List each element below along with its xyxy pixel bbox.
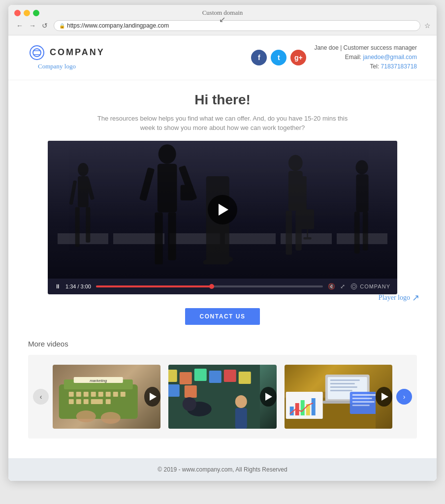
svg-rect-31 xyxy=(356,174,368,212)
svg-rect-43 xyxy=(106,392,111,397)
svg-rect-47 xyxy=(76,399,81,404)
facebook-icon[interactable]: f xyxy=(251,50,267,65)
browser-actions: ☆ xyxy=(424,22,431,30)
svg-rect-48 xyxy=(84,399,89,404)
svg-rect-11 xyxy=(158,163,177,212)
maximize-button[interactable] xyxy=(33,10,39,16)
thumb-1-svg: marketing xyxy=(53,365,144,429)
svg-rect-82 xyxy=(330,390,352,391)
svg-rect-56 xyxy=(168,370,177,382)
svg-rect-63 xyxy=(185,385,197,398)
svg-rect-76 xyxy=(300,400,304,415)
thumb-1-bg: marketing xyxy=(53,365,160,429)
hero-title: Hi there! xyxy=(28,92,417,108)
refresh-button[interactable]: ↺ xyxy=(40,21,50,31)
player-logo-icon xyxy=(350,283,358,290)
browser-window: Custom domain ↙ ← → ↺ 🔒 https://www.comp… xyxy=(8,5,437,481)
svg-point-0 xyxy=(30,46,44,60)
svg-point-53 xyxy=(76,410,96,422)
svg-rect-80 xyxy=(330,383,354,384)
more-videos-section: More videos ‹ xyxy=(8,335,437,448)
svg-point-10 xyxy=(159,144,176,164)
video-wrapper: ⏸ 1:34 / 3:00 🔇 ⤢ COMPANY xyxy=(28,141,417,294)
svg-rect-46 xyxy=(69,399,74,404)
hero-subtitle: The resources below helps you find what … xyxy=(95,114,350,133)
url-text: https://www.company.landingpage.com xyxy=(67,22,169,29)
svg-rect-33 xyxy=(363,211,368,250)
carousel-prev-button[interactable]: ‹ xyxy=(33,389,49,405)
svg-rect-50 xyxy=(106,399,111,404)
bookmark-button[interactable]: ☆ xyxy=(424,22,431,30)
svg-point-30 xyxy=(356,160,368,174)
thumb-3-play-icon xyxy=(381,393,388,401)
twitter-icon[interactable]: t xyxy=(271,50,286,65)
video-thumb-3[interactable] xyxy=(285,365,392,429)
site-header: COMPANY Company logo f t g+ Jane doe | C… xyxy=(8,35,437,80)
carousel-next-button[interactable]: › xyxy=(396,389,412,405)
tel-label: Tel: xyxy=(370,63,381,70)
thumb-3-bg xyxy=(285,365,392,429)
svg-point-22 xyxy=(288,155,303,170)
lock-icon: 🔒 xyxy=(59,23,65,29)
progress-thumb xyxy=(209,284,214,289)
play-button[interactable] xyxy=(208,195,237,224)
contact-btn-area: CONTACT US xyxy=(8,294,437,335)
contact-email-link[interactable]: janedoe@gmail.com xyxy=(363,54,417,61)
more-videos-title: More videos xyxy=(28,340,417,348)
close-button[interactable] xyxy=(14,10,21,16)
page-content: COMPANY Company logo f t g+ Jane doe | C… xyxy=(8,35,437,481)
svg-rect-14 xyxy=(139,167,155,201)
videos-carousel: ‹ xyxy=(28,355,417,439)
thumb-2-play-icon xyxy=(265,393,272,401)
svg-rect-23 xyxy=(288,171,303,211)
minimize-button[interactable] xyxy=(24,10,30,16)
svg-point-4 xyxy=(78,162,89,176)
svg-rect-85 xyxy=(352,398,372,399)
fullscreen-button[interactable]: ⤢ xyxy=(340,283,345,290)
thumb-2-play-button[interactable] xyxy=(260,387,277,407)
forward-button[interactable]: → xyxy=(27,21,38,31)
svg-rect-13 xyxy=(168,212,176,260)
thumb-3-svg xyxy=(285,365,376,429)
google-icon[interactable]: g+ xyxy=(290,50,306,65)
svg-rect-27 xyxy=(301,209,314,229)
svg-rect-65 xyxy=(235,408,247,429)
volume-icon[interactable]: 🔇 xyxy=(328,283,335,290)
thumb-1-play-button[interactable] xyxy=(144,387,161,407)
logo-text: COMPANY xyxy=(50,47,105,58)
video-thumbnail xyxy=(48,141,397,279)
video-thumb-2[interactable] xyxy=(168,365,276,429)
svg-rect-7 xyxy=(86,207,90,242)
svg-rect-78 xyxy=(311,398,315,415)
svg-rect-84 xyxy=(352,394,376,396)
video-player[interactable]: ⏸ 1:34 / 3:00 🔇 ⤢ COMPANY xyxy=(48,141,397,294)
contact-tel-link[interactable]: 71837183718 xyxy=(381,63,417,70)
svg-rect-86 xyxy=(352,401,374,403)
svg-rect-6 xyxy=(75,207,80,247)
nav-buttons: ← → ↺ xyxy=(14,21,50,31)
svg-point-1 xyxy=(33,49,41,57)
progress-bar[interactable] xyxy=(96,285,323,287)
back-button[interactable]: ← xyxy=(14,21,25,31)
svg-rect-49 xyxy=(91,399,103,404)
contact-info: Jane doe | Customer success manager Emai… xyxy=(314,43,417,72)
logo-area: COMPANY Company logo xyxy=(28,44,105,62)
video-thumb-1[interactable]: marketing xyxy=(53,365,160,429)
svg-rect-40 xyxy=(84,392,89,397)
svg-rect-26 xyxy=(302,176,307,211)
svg-rect-62 xyxy=(168,384,180,397)
svg-rect-8 xyxy=(69,180,77,205)
pause-button[interactable]: ⏸ xyxy=(55,283,61,290)
svg-rect-38 xyxy=(69,392,74,397)
hero-section: Hi there! The resources below helps you … xyxy=(8,80,437,141)
contact-us-button[interactable]: CONTACT US xyxy=(185,308,260,325)
video-time: 1:34 / 3:00 xyxy=(65,284,91,289)
svg-point-35 xyxy=(352,284,355,287)
svg-rect-29 xyxy=(303,237,311,239)
email-label: Email: xyxy=(345,54,363,61)
svg-rect-58 xyxy=(194,369,207,381)
svg-rect-16 xyxy=(181,185,193,200)
header-right: f t g+ Jane doe | Customer success manag… xyxy=(251,43,417,72)
svg-rect-60 xyxy=(224,370,236,382)
thumb-3-play-button[interactable] xyxy=(376,387,392,407)
